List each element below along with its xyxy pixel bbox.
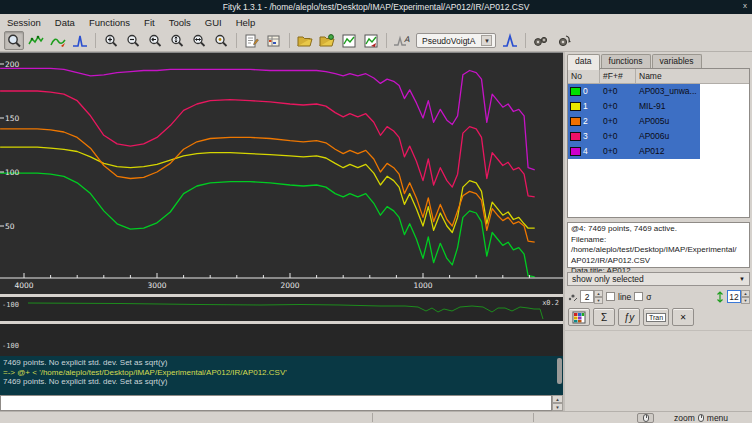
shift-value: 12: [727, 290, 741, 303]
dataset-name: MIL-91: [636, 101, 700, 111]
edit-script-button[interactable]: [242, 31, 262, 50]
svg-text:200: 200: [5, 60, 20, 69]
command-input[interactable]: [0, 395, 552, 411]
dataset-number: 0: [583, 86, 600, 96]
sidebar-empty-area: [565, 330, 752, 411]
dataset-color-swatch[interactable]: [570, 102, 581, 111]
chevron-down-icon: ▼: [739, 276, 745, 282]
menu-item-tools[interactable]: Tools: [169, 17, 191, 28]
data-editor-button[interactable]: [264, 31, 284, 50]
fit-run-button[interactable]: [531, 31, 551, 50]
dataset-number: 3: [583, 131, 600, 141]
save-session-button[interactable]: [361, 31, 381, 50]
console-line: 7469 points. No explicit std. dev. Set a…: [3, 377, 559, 387]
svg-text:3000: 3000: [147, 281, 166, 290]
dataset-color-swatch[interactable]: [570, 87, 581, 96]
close-button[interactable]: x: [743, 1, 747, 10]
shift-stepper[interactable]: 12 ▲▼: [727, 290, 750, 303]
dataset-func-count: 0+0: [600, 116, 636, 126]
dataset-number: 1: [583, 101, 600, 111]
dataset-row-4[interactable]: 40+0AP012: [568, 144, 700, 159]
sigma-checkbox[interactable]: [634, 292, 643, 301]
save-image-button[interactable]: [339, 31, 359, 50]
dataset-row-0[interactable]: 00+0AP003_unwa...: [568, 84, 700, 99]
menu-item-functions[interactable]: Functions: [89, 17, 130, 28]
zoom-mode-button[interactable]: [4, 31, 24, 50]
spin-down-icon[interactable]: ▼: [741, 297, 750, 304]
svg-text:100: 100: [5, 168, 20, 177]
info-line: Filename: /home/aleplo/test/Desktop/IMAP…: [571, 235, 746, 256]
toolbar-separator: [386, 33, 387, 48]
console-scrollbar[interactable]: [557, 358, 562, 384]
dataset-name: AP005u: [636, 116, 700, 126]
right-click-hint: menu: [707, 413, 728, 423]
main-plot[interactable]: 400030002000100020015010050: [0, 52, 563, 294]
toolbar-separator: [525, 33, 526, 48]
svg-text:4000: 4000: [14, 281, 33, 290]
display-controls: 2 ▲▼ line σ 12 ▲▼: [567, 289, 750, 304]
menu-item-gui[interactable]: GUI: [205, 17, 222, 28]
spin-up-icon[interactable]: ▲: [594, 290, 603, 297]
zoom-vertical-button[interactable]: [167, 31, 187, 50]
open-data-button[interactable]: [295, 31, 315, 50]
svg-text:2000: 2000: [280, 281, 299, 290]
fit-undo-button[interactable]: [553, 31, 573, 50]
dataset-name: AP003_unwa...: [636, 86, 700, 96]
filter-dropdown[interactable]: show only selected ▼: [567, 272, 750, 286]
aux-plot-2[interactable]: -100: [0, 324, 563, 356]
aux-plot-1[interactable]: -100 x0.2: [0, 297, 563, 321]
execute-script-button[interactable]: [317, 31, 337, 50]
tab-functions[interactable]: functions: [601, 54, 651, 69]
transform-button[interactable]: Tran: [643, 308, 669, 326]
dataset-colors-button[interactable]: [568, 308, 590, 326]
add-peak-mode-button[interactable]: [70, 31, 90, 50]
sum-button[interactable]: Σ: [593, 308, 615, 326]
history-up-icon[interactable]: ▲: [552, 395, 563, 403]
function-type-select[interactable]: PseudoVoigtA ▼: [416, 33, 496, 48]
spin-up-icon[interactable]: ▲: [741, 290, 750, 297]
menu-item-session[interactable]: Session: [7, 17, 41, 28]
dataset-color-swatch[interactable]: [570, 117, 581, 126]
menu-item-fit[interactable]: Fit: [144, 17, 155, 28]
sidebar: data functions variables No #F+# Name 00…: [563, 52, 752, 411]
zoom-all-button[interactable]: [211, 31, 231, 50]
tab-data[interactable]: data: [567, 54, 600, 70]
status-bar: zoom menu: [0, 411, 752, 423]
title-bar: Fityk 1.3.1 - /home/aleplo/test/Desktop/…: [0, 0, 752, 14]
sidebar-tabs: data functions variables: [565, 52, 752, 68]
history-down-icon[interactable]: ▼: [552, 403, 563, 411]
baseline-mode-button[interactable]: [48, 31, 68, 50]
dataset-row-2[interactable]: 20+0AP005u: [568, 114, 700, 129]
dataset-color-swatch[interactable]: [570, 147, 581, 156]
info-line: @4: 7469 points, 7469 active.: [571, 224, 746, 235]
add-function-button[interactable]: [500, 31, 520, 50]
menu-item-data[interactable]: Data: [55, 17, 75, 28]
main-plot-canvas: 400030002000100020015010050: [0, 53, 563, 294]
dataset-func-count: 0+0: [600, 131, 636, 141]
mouse-icon: [643, 414, 649, 422]
menu-item-help[interactable]: Help: [236, 17, 256, 28]
console-output: 7469 points. No explicit std. dev. Set a…: [0, 356, 563, 395]
line-checkbox[interactable]: [606, 292, 615, 301]
zoom-horizontal-button[interactable]: [189, 31, 209, 50]
point-size-stepper[interactable]: 2 ▲▼: [580, 290, 603, 303]
function-transform-button[interactable]: ƒy: [618, 308, 640, 326]
zoom-previous-button[interactable]: [145, 31, 165, 50]
mouse-mode-button[interactable]: [637, 413, 654, 423]
data-range-mode-button[interactable]: [26, 31, 46, 50]
dataset-color-swatch[interactable]: [570, 132, 581, 141]
auto-add-button[interactable]: A: [392, 31, 412, 50]
svg-text:150: 150: [5, 114, 20, 123]
spin-down-icon[interactable]: ▼: [594, 297, 603, 304]
console-line: 7469 points. No explicit std. dev. Set a…: [3, 358, 559, 368]
svg-text:1000: 1000: [413, 281, 432, 290]
delete-dataset-button[interactable]: ✕: [672, 308, 694, 326]
dataset-row-3[interactable]: 30+0AP006u: [568, 129, 700, 144]
chevron-down-icon: ▼: [481, 35, 492, 46]
filter-value: show only selected: [572, 274, 644, 284]
zoom-in-button[interactable]: [101, 31, 121, 50]
dataset-buttons: Σ ƒy Tran ✕: [568, 308, 752, 326]
tab-variables[interactable]: variables: [652, 54, 702, 69]
dataset-row-1[interactable]: 10+0MIL-91: [568, 99, 700, 114]
zoom-out-button[interactable]: [123, 31, 143, 50]
